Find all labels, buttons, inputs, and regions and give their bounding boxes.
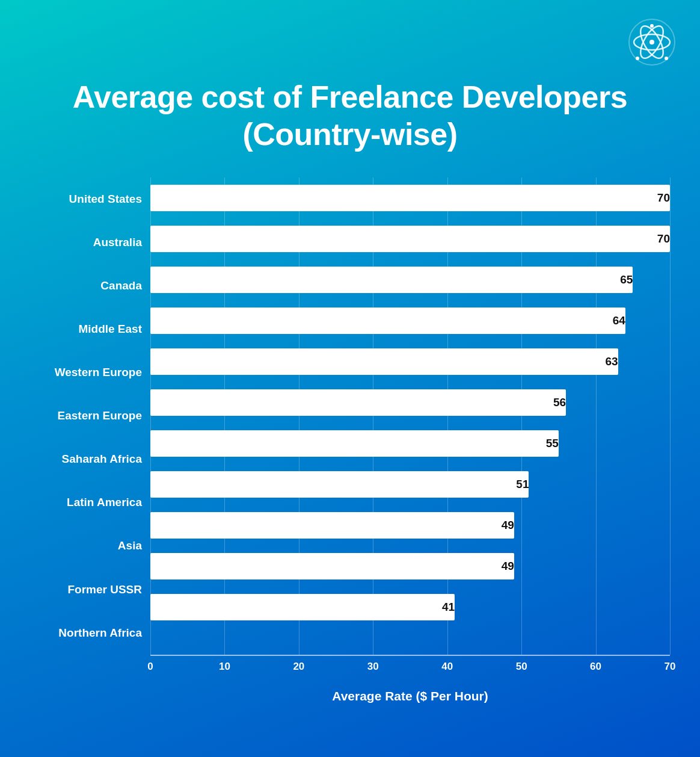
bar-row: 63	[150, 341, 670, 382]
y-label: Latin America	[30, 482, 150, 523]
bar-value: 64	[613, 314, 625, 327]
bar-value: 63	[605, 355, 618, 368]
chart-area: United StatesAustraliaCanadaMiddle EastW…	[30, 178, 670, 682]
y-label: Asia	[30, 525, 150, 566]
svg-point-5	[650, 24, 654, 28]
bar-value: 49	[502, 519, 514, 532]
y-labels: United StatesAustraliaCanadaMiddle EastW…	[30, 178, 150, 682]
y-label: Western Europe	[30, 352, 150, 393]
bar: 49	[150, 512, 514, 539]
bars-list: 7070656463565551494941	[150, 178, 670, 655]
x-axis-label: Average Rate ($ Per Hour)	[30, 689, 670, 703]
grid-line	[670, 178, 671, 655]
bar-value: 55	[546, 437, 559, 450]
bar-value: 70	[657, 232, 670, 246]
bar-value: 51	[516, 478, 529, 491]
bar-row: 64	[150, 300, 670, 341]
x-tick: 20	[293, 661, 304, 673]
bar-value: 56	[553, 396, 566, 409]
bar: 70	[150, 185, 670, 211]
x-tick: 70	[665, 661, 676, 673]
bar-row: 65	[150, 259, 670, 300]
bar-row: 56	[150, 382, 670, 423]
bar-value: 65	[620, 273, 633, 286]
y-label: Saharah Africa	[30, 439, 150, 480]
y-label: Middle East	[30, 309, 150, 350]
y-label: United States	[30, 179, 150, 220]
bar: 64	[150, 307, 625, 334]
bar-row: 51	[150, 464, 670, 505]
logo-area	[24, 18, 676, 66]
bar: 49	[150, 553, 514, 579]
bar: 63	[150, 348, 618, 375]
bar-value: 70	[657, 191, 670, 205]
x-axis: 010203040506070	[150, 655, 670, 682]
chart-title: Average cost of Freelance Developers (Co…	[73, 78, 627, 153]
y-label: Northern Africa	[30, 613, 150, 653]
bar-row: 49	[150, 505, 670, 546]
bar: 41	[150, 594, 455, 620]
bar-row: 70	[150, 178, 670, 218]
bar: 56	[150, 389, 566, 416]
bar: 51	[150, 471, 529, 498]
y-label: Canada	[30, 265, 150, 306]
x-tick: 40	[441, 661, 453, 673]
x-tick: 10	[219, 661, 230, 673]
bar-value: 49	[502, 560, 514, 573]
bars-section: 7070656463565551494941 010203040506070	[150, 178, 670, 682]
x-tick: 60	[590, 661, 601, 673]
bar: 55	[150, 430, 559, 457]
y-label: Australia	[30, 222, 150, 263]
x-tick: 30	[367, 661, 379, 673]
x-tick: 50	[516, 661, 527, 673]
bar-value: 41	[442, 601, 455, 614]
bar-row: 55	[150, 423, 670, 464]
svg-point-4	[649, 40, 654, 45]
bar-row: 70	[150, 218, 670, 259]
y-label: Eastern Europe	[30, 395, 150, 436]
logo-icon	[628, 18, 676, 66]
y-label: Former USSR	[30, 569, 150, 610]
x-tick: 0	[147, 661, 153, 673]
bar-row: 49	[150, 546, 670, 587]
svg-point-7	[636, 57, 639, 60]
bar: 65	[150, 267, 633, 293]
bar: 70	[150, 226, 670, 252]
svg-point-6	[665, 57, 668, 60]
bar-row: 41	[150, 587, 670, 628]
chart-container: United StatesAustraliaCanadaMiddle EastW…	[24, 178, 676, 703]
